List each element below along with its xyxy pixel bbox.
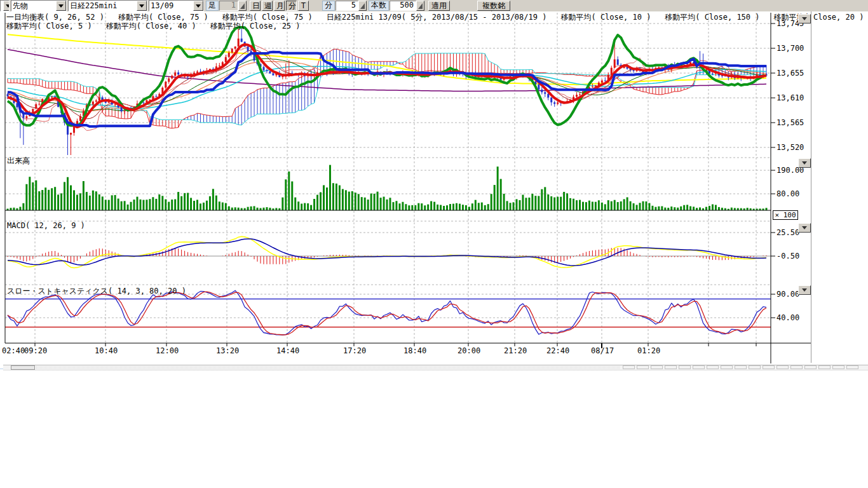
time-tick-label: 13:20 [216,346,239,355]
chevron-down-icon[interactable] [56,1,66,11]
chevron-down-icon[interactable] [193,1,203,11]
chart-window: 一目均衡表( 9, 26, 52 )移動平均( Close, 75 )移動平均(… [0,11,868,369]
toolbar-combos: 先物日経225mini13/09 [0,0,205,11]
period-button-週[interactable]: 週 [262,1,273,11]
bar-interval-group: 1 [219,1,247,11]
scrollbar-button[interactable] [749,365,761,369]
scrollbar-button[interactable] [776,365,789,369]
multi-symbol-button[interactable]: 複数銘柄 [477,1,510,11]
time-tick-label: 17:20 [343,346,366,355]
period-buttons: 日週月分T [249,1,309,11]
legend-item: 移動平均( Close, 75 ) [222,13,313,22]
time-tick-label: 10:40 [95,346,118,355]
legend-item: 日経225mini 13/09( 5分, 2013/08/15 - 2013/0… [327,13,547,22]
axis-tick-label: 13,700 [776,44,804,53]
scrollbar-button[interactable] [665,365,677,369]
axis-tick-label: 13,610 [776,93,804,102]
minute-group: 5 [336,1,367,11]
count-input[interactable]: 500 [390,1,416,11]
legend-item: 移動平均( Close, 25 ) [210,22,301,30]
volume-axis-dropdown-button[interactable] [798,158,811,168]
count-group: 500 [390,1,424,11]
axis-tick-label: 90.00 [776,290,799,299]
scrollbar-button[interactable] [679,365,691,369]
stoch-panel-label: スロー・ストキャスティクス( 14, 3, 80, 20 ) [7,286,186,297]
scrollbar-button[interactable] [804,365,817,369]
count-spinner[interactable] [416,1,424,11]
apply-button[interactable]: 適用 [428,1,450,11]
macd-axis-dropdown-button[interactable] [798,223,811,233]
time-tick-label: 02:40 [2,346,25,355]
time-tick-label: 12:00 [156,346,179,355]
time-tick-label: 20:00 [458,346,480,355]
time-tick-label: 09:20 [24,346,47,355]
scrollbar-button[interactable] [623,365,635,369]
symbol-combo[interactable]: 日経225mini [68,0,147,11]
scrollbar-button[interactable] [846,365,858,369]
legend-item: 移動平均( Close, 75 ) [118,13,208,22]
scrollbar-button[interactable] [693,365,705,369]
scrollbar-button[interactable] [707,365,719,369]
legend-item: 一目均衡表( 9, 26, 52 ) [6,13,104,22]
time-tick-label: 21:20 [504,346,527,355]
scrollbar-track-texture [36,366,621,369]
axis-separator [811,11,811,363]
price-axis-dropdown-button[interactable] [798,14,811,24]
stoch-axis-dropdown-button[interactable] [798,285,811,295]
period-button-月[interactable]: 月 [274,1,285,11]
scrollbar-button[interactable] [735,365,747,369]
horizontal-scrollbar[interactable] [3,365,868,370]
chevron-down-icon [802,17,807,20]
chevron-down-icon[interactable] [3,1,10,11]
axis-tick-label: 13,565 [776,118,804,127]
volume-panel-label: 出来高 [7,156,30,166]
scrollbar-button[interactable] [818,365,831,369]
time-tick-label: 22:40 [546,346,569,355]
axis-tick-label: -0.50 [776,252,799,261]
period-button-日[interactable]: 日 [250,1,261,11]
symbol-combo-value: 日経225mini [69,1,137,10]
contract-month-combo[interactable]: 13/09 [149,0,204,11]
period-button-T[interactable]: T [298,1,309,11]
volume-multiplier-box: × 100 [773,210,798,220]
axis-tick-label: 13,655 [776,69,804,78]
scrollbar-button[interactable] [651,365,663,369]
legend-row-1: 一目均衡表( 9, 26, 52 )移動平均( Close, 75 )移動平均(… [6,13,868,22]
scrollbar-button[interactable] [763,365,775,369]
scrollbar-button[interactable] [790,365,803,369]
legend-item: 移動平均( Close, 10 ) [560,13,651,22]
chevron-down-icon[interactable] [137,1,147,11]
bar-interval-input[interactable]: 1 [219,1,238,11]
minute-spinner[interactable] [358,1,367,11]
scrollbar-button[interactable] [832,365,844,369]
period-button-分[interactable]: 分 [286,1,297,11]
contract-month-combo-value: 13/09 [149,1,193,10]
scrollbar-thumb[interactable] [11,365,35,370]
bar-interval-spinner[interactable] [238,1,247,11]
legend-item: 移動平均( Close, 5 ) [6,22,92,30]
main-toolbar: 先物日経225mini13/09 足 1 日週月分T 分 5 本数 500 適用… [0,0,868,12]
time-tick-label: 14:40 [276,346,299,355]
time-tick-label: 01:20 [637,346,660,355]
axis-tick-label: 40.00 [776,313,799,322]
legend-item: 移動平均( Close, 40 ) [106,22,196,30]
chevron-down-icon [802,226,807,229]
scrollbar-button[interactable] [637,365,649,369]
chart-canvas [0,11,868,369]
time-tick-label: 18:40 [403,346,426,355]
axis-tick-label: 25.50 [776,228,799,237]
count-label: 本数 [369,1,389,11]
scrollbar-right-buttons [623,365,858,370]
legend-row-2: 移動平均( Close, 5 )移動平均( Close, 40 )移動平均( C… [6,22,315,30]
minute-input[interactable]: 5 [336,1,358,11]
chevron-down-icon [802,288,807,292]
legend-item: 移動平均( Close, 150 ) [665,13,759,22]
instrument-type-combo[interactable]: 先物 [11,0,67,11]
axis-tick-label: 80.00 [776,189,799,198]
scrollbar-button[interactable] [721,365,733,369]
macd-panel-label: MACD( 12, 26, 9 ) [7,221,85,230]
bar-type-label: 足 [206,1,219,11]
time-tick-label: 08/17 [591,346,614,355]
edge-combo[interactable] [0,0,10,11]
chevron-down-icon [802,161,807,165]
